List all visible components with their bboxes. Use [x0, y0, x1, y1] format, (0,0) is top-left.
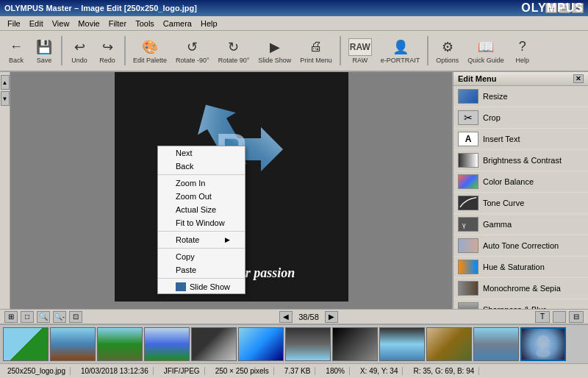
- thumbnail-strip: [0, 324, 588, 363]
- panel-arrow-down[interactable]: ▼: [1, 91, 10, 106]
- thumbnail-10[interactable]: [426, 327, 472, 361]
- thumbnail-12-selected[interactable]: [520, 327, 566, 361]
- menu-file[interactable]: File: [3, 18, 25, 29]
- tone-curve-svg: [459, 196, 478, 210]
- raw-icon: RAW: [348, 38, 372, 56]
- quick-guide-button[interactable]: 📖 Quick Guide: [464, 33, 508, 68]
- thumb-6-inner: [239, 328, 283, 360]
- panel-arrow-up[interactable]: ▲: [1, 75, 10, 90]
- undo-button[interactable]: ↩ Undo: [66, 33, 93, 68]
- ctx-rotate[interactable]: Rotate: [158, 233, 245, 246]
- fit-button[interactable]: ⊡: [69, 311, 82, 323]
- edit-menu-item-sharpness[interactable]: Sharpness & Blur: [453, 299, 588, 309]
- ctx-sep-2: [158, 231, 245, 232]
- ctx-zoom-out[interactable]: Zoom Out: [158, 190, 245, 203]
- thumbnail-9[interactable]: [379, 327, 425, 361]
- edit-menu-item-crop[interactable]: ✂ Crop: [453, 107, 588, 129]
- ctx-paste[interactable]: Paste: [158, 263, 245, 277]
- menu-view[interactable]: View: [48, 18, 74, 29]
- right-panel: Edit Menu ✕ Resize ✂ Crop A Insert Text: [452, 72, 588, 309]
- thumbnail-3[interactable]: [97, 327, 143, 361]
- gamma-svg: γ: [459, 217, 478, 232]
- text-button[interactable]: T: [535, 311, 550, 323]
- thumbnail-7[interactable]: [285, 327, 331, 361]
- menu-filter[interactable]: Filter: [104, 18, 131, 29]
- help-button[interactable]: ? Help: [509, 33, 536, 68]
- raw-button[interactable]: RAW RAW: [345, 33, 376, 68]
- edit-menu-item-auto-tone[interactable]: Auto Tone Correction: [453, 235, 588, 257]
- single-view-button[interactable]: □: [21, 311, 34, 323]
- eportrait-icon: 👤: [392, 38, 409, 56]
- rotate-cw-button[interactable]: ↻ Rotate 90°: [215, 33, 254, 68]
- thumbnail-4[interactable]: [144, 327, 190, 361]
- edit-menu-header: Edit Menu ✕: [453, 72, 588, 86]
- grid-view-button[interactable]: ⊞: [4, 311, 18, 323]
- olympus-logo: OLYMPUS: [521, 1, 584, 15]
- mono-sepia-icon: [458, 281, 478, 296]
- scroll-button[interactable]: [553, 311, 566, 323]
- edit-menu-item-color-balance[interactable]: Color Balance: [453, 171, 588, 193]
- zoom-out-nav-button[interactable]: 🔍-: [53, 311, 66, 323]
- quick-guide-icon: 📖: [477, 38, 495, 56]
- next-button[interactable]: ▶: [325, 311, 338, 323]
- prev-button[interactable]: ◀: [279, 311, 293, 323]
- rotate-cw-icon: ↻: [225, 38, 243, 56]
- eportrait-button[interactable]: 👤 e-PORTRAIT: [377, 33, 423, 68]
- status-dimensions: 250 × 250 pixels: [211, 367, 274, 375]
- menu-help[interactable]: Help: [196, 18, 222, 29]
- gamma-icon: γ: [458, 217, 478, 232]
- hue-saturation-icon: [458, 260, 478, 274]
- edit-menu-close-button[interactable]: ✕: [573, 74, 584, 83]
- ctx-copy[interactable]: Copy: [158, 250, 245, 263]
- toolbar: ← Back 💾 Save ↩ Undo ↪ Redo 🎨 Edit Palet…: [0, 31, 588, 72]
- print-menu-button[interactable]: 🖨 Print Menu: [296, 33, 336, 68]
- thumbnail-5[interactable]: [191, 327, 237, 361]
- thumb-12-svg: [528, 329, 558, 359]
- ctx-fit-to-window[interactable]: Fit to Window: [158, 216, 245, 229]
- image-area[interactable]: R Software is our passion Next Back Zoom…: [10, 72, 452, 309]
- resize-icon: [458, 89, 478, 104]
- options-button[interactable]: ⚙ Options: [432, 33, 462, 68]
- zoom-in-nav-button[interactable]: 🔍: [37, 311, 50, 323]
- slide-show-button[interactable]: ▶ Slide Show: [254, 33, 295, 68]
- thumbnail-11[interactable]: [473, 327, 519, 361]
- thumb-3-inner: [98, 328, 142, 360]
- ctx-slide-show[interactable]: Slide Show: [158, 280, 245, 293]
- edit-palette-icon: 🎨: [141, 38, 159, 56]
- edit-menu-item-tone-curve[interactable]: Tone Curve: [453, 193, 588, 214]
- edit-menu-item-resize[interactable]: Resize: [453, 86, 588, 107]
- status-color: R: 35, G: 69, B: 94: [409, 367, 479, 375]
- edit-menu-item-gamma[interactable]: γ Gamma: [453, 214, 588, 235]
- color-balance-icon: [458, 174, 478, 189]
- insert-text-icon: A: [458, 132, 478, 146]
- thumbnail-2[interactable]: [50, 327, 96, 361]
- edit-menu-item-mono[interactable]: Monochrome & Sepia: [453, 278, 588, 299]
- thumb-8-inner: [333, 328, 377, 360]
- edit-palette-button[interactable]: 🎨 Edit Palette: [129, 33, 171, 68]
- save-button[interactable]: 💾 Save: [31, 33, 57, 68]
- ctx-actual-size[interactable]: Actual Size: [158, 203, 245, 216]
- main-wrapper: ▲ ▼: [0, 72, 588, 378]
- menu-tools[interactable]: Tools: [131, 18, 159, 29]
- thumbnail-6[interactable]: [238, 327, 284, 361]
- menu-edit[interactable]: Edit: [25, 18, 48, 29]
- menu-movie[interactable]: Movie: [74, 18, 104, 29]
- edit-menu-item-hue[interactable]: Hue & Saturation: [453, 257, 588, 278]
- edit-menu-item-brightness[interactable]: Brightness & Contrast: [453, 150, 588, 171]
- menu-camera[interactable]: Camera: [159, 18, 196, 29]
- status-filename: 250x250_logo.jpg: [3, 367, 71, 375]
- back-button[interactable]: ← Back: [3, 33, 29, 68]
- brightness-icon: [458, 153, 478, 168]
- edit-menu-item-insert-text[interactable]: A Insert Text: [453, 129, 588, 150]
- ctx-zoom-in[interactable]: Zoom In: [158, 176, 245, 190]
- ctx-next[interactable]: Next: [158, 146, 245, 160]
- print-icon: 🖨: [307, 38, 325, 56]
- ctx-back[interactable]: Back: [158, 160, 245, 173]
- redo-button[interactable]: ↪ Redo: [94, 33, 121, 68]
- thumbnail-1[interactable]: [3, 327, 49, 361]
- thumbnail-8[interactable]: [332, 327, 378, 361]
- panel-button[interactable]: ⊟: [569, 311, 584, 323]
- rotate-ccw-button[interactable]: ↺ Rotate -90°: [172, 33, 213, 68]
- tone-curve-icon: [458, 196, 478, 210]
- undo-icon: ↩: [71, 38, 88, 56]
